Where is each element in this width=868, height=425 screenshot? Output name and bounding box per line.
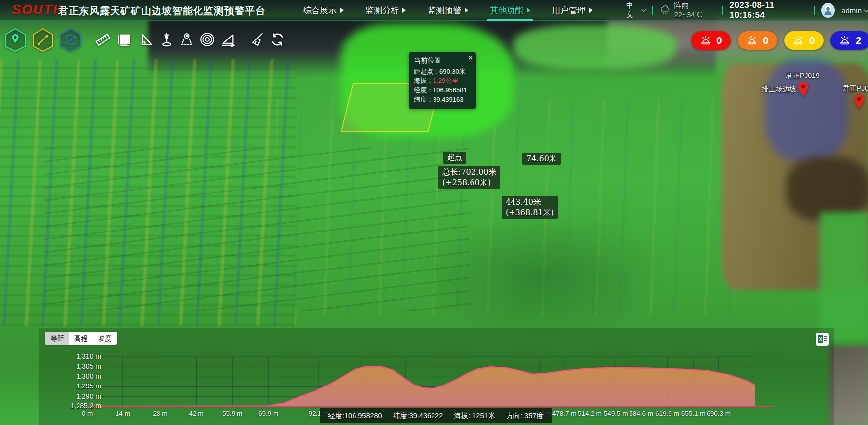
siren-icon [746, 35, 758, 46]
terrain-layer [829, 346, 868, 425]
status-longitude: 经度:106.958280 [328, 411, 382, 421]
chevron-right-icon [402, 8, 406, 13]
person-icon [823, 5, 833, 16]
terrain-layer [0, 59, 296, 326]
chart-tab-bar: 等距 高程 坡度 [45, 332, 117, 345]
alarm-badge-blue[interactable]: 2 [830, 31, 868, 50]
nav-item-user-management[interactable]: 用户管理 [551, 0, 593, 21]
terrain-layer [513, 25, 676, 69]
divider [814, 6, 815, 15]
svg-text:X: X [819, 337, 822, 342]
chevron-down-icon [641, 7, 647, 12]
poi-label-pj019: 君正PJ019 [786, 72, 820, 80]
cursor-status-bar: 经度:106.958280 纬度:39.436222 海拔: 1251米 方向:… [320, 408, 552, 423]
terrain-layer [44, 148, 469, 311]
measure-area-button[interactable] [59, 28, 82, 52]
triangle-height-tool[interactable] [138, 32, 154, 47]
status-latitude: 纬度:39.436222 [393, 411, 443, 421]
alarm-count: 0 [809, 35, 815, 46]
locate-pin-button[interactable] [4, 28, 27, 52]
header-right-cluster: 中文 阵雨 22~34℃ 2023-08-11 10:16:54 [626, 0, 868, 21]
weather-widget: 阵雨 22~34℃ [660, 1, 715, 20]
alarm-count: 2 [856, 35, 862, 46]
top-header-bar: SOUTH 君正东风露天矿矿山边坡智能化监测预警平台 综合展示 监测分析 监测预… [0, 0, 868, 21]
main-nav: 综合展示 监测分析 监测预警 其他功能 用户管理 [302, 0, 593, 21]
nav-item-analysis[interactable]: 监测分析 [364, 0, 407, 21]
chevron-right-icon [527, 8, 530, 13]
south-logo: SOUTH [12, 2, 64, 18]
chevron-right-icon [340, 8, 344, 13]
app-root: 起点 总长:702.00米 (+258.60米) 74.60米 443.40米 … [0, 0, 868, 425]
tab-elevation[interactable]: 高程 [69, 332, 93, 345]
map-pin-icon[interactable] [853, 94, 865, 110]
nav-item-warning[interactable]: 监测预警 [427, 0, 469, 21]
siren-icon [792, 35, 804, 46]
excel-icon: X [817, 334, 827, 344]
poi-label-pj0: 君正PJ0 [843, 84, 868, 93]
page-title: 君正东风露天矿矿山边坡智能化监测预警平台 [58, 4, 266, 18]
chevron-down-icon [863, 6, 868, 12]
slope-angle-tool[interactable] [220, 32, 236, 47]
current-position-panel: × 当前位置 距起点：690.30米 海拔：1.29公里 经度：106.9565… [409, 52, 476, 109]
measure-start-label: 起点 [443, 152, 466, 164]
measure-seg1-label: 74.60米 [522, 153, 561, 165]
poi-label-dump-slope: 排土场边坡 [762, 85, 796, 94]
measure-seg2-line2: (+368.81米) [506, 207, 554, 218]
viewshed-cone-tool[interactable] [179, 32, 195, 47]
map-pin-icon[interactable] [797, 81, 809, 97]
elevation-profile-chart [87, 354, 755, 409]
excel-export-button[interactable]: X [816, 333, 829, 346]
refresh-tool[interactable] [270, 32, 285, 47]
divider [722, 6, 723, 15]
alarm-badge-red[interactable]: 0 [691, 31, 731, 50]
divider [652, 6, 653, 15]
user-menu[interactable]: admin [841, 6, 868, 15]
measure-seg2-line1: 443.40米 [506, 197, 554, 207]
chevron-right-icon [465, 8, 468, 13]
siren-icon [839, 35, 851, 46]
position-panel-title: 当前位置 [414, 56, 471, 65]
alarm-count: 0 [716, 35, 722, 46]
terrain-layer [415, 212, 671, 341]
nav-item-overview[interactable]: 综合展示 [302, 0, 345, 21]
terrain-layer [820, 212, 868, 341]
terrain-layer [786, 157, 868, 221]
siren-icon [700, 35, 711, 46]
tab-slope[interactable]: 坡度 [93, 332, 117, 345]
chevron-right-icon [589, 8, 592, 13]
alarm-badge-orange[interactable]: 0 [738, 31, 777, 50]
close-icon[interactable]: × [468, 54, 473, 61]
position-row-altitude: 海拔：1.29公里 [414, 76, 471, 85]
terrain-layer [722, 63, 868, 290]
language-selector[interactable]: 中文 [626, 1, 646, 20]
distance-ruler-tool[interactable] [95, 32, 111, 47]
measure-total-label: 总长:702.00米 (+258.60米) [438, 166, 500, 189]
status-heading: 方向: 357度 [506, 411, 544, 421]
nav-item-other-functions[interactable]: 其他功能 [489, 0, 531, 21]
position-row-distance: 距起点：690.30米 [414, 67, 471, 76]
rain-cloud-icon [660, 5, 671, 15]
height-pole-tool[interactable] [159, 32, 175, 47]
status-altitude: 海拔: 1251米 [454, 411, 495, 421]
position-row-latitude: 纬度：39.439163 [414, 95, 471, 104]
terrain-layer [607, 19, 868, 73]
clear-broom-tool[interactable] [249, 32, 265, 47]
user-avatar[interactable] [821, 3, 835, 18]
tab-equidistant[interactable]: 等距 [45, 332, 69, 345]
measure-line-button[interactable] [32, 28, 54, 52]
measure-total-line1: 总长:702.00米 [442, 167, 496, 177]
position-row-longitude: 经度：106.956581 [414, 85, 471, 95]
chart-baseline-axis [87, 406, 774, 407]
buffer-circles-tool[interactable] [199, 32, 215, 47]
area-measure-tool[interactable] [117, 32, 133, 47]
measure-total-line2: (+258.60米) [442, 177, 496, 188]
alarm-count: 0 [763, 35, 769, 46]
measure-seg2-label: 443.40米 (+368.81米) [502, 196, 558, 219]
alarm-badge-yellow[interactable]: 0 [784, 31, 824, 50]
datetime-display: 2023-08-11 10:16:54 [729, 0, 807, 20]
